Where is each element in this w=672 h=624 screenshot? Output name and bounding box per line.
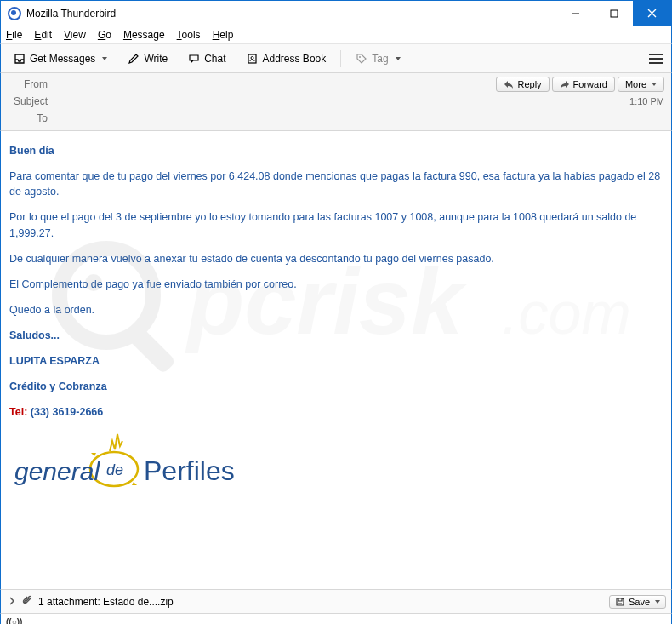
body-paragraph: El Complemento de pago ya fue enviado ta…	[9, 277, 663, 292]
expand-attachments-button[interactable]	[6, 596, 18, 608]
svg-text:Perfiles: Perfiles	[144, 455, 235, 486]
body-paragraph: Por lo que el pago del 3 de septiembre y…	[9, 209, 663, 240]
svg-point-5	[251, 56, 253, 59]
close-button[interactable]	[633, 1, 671, 26]
tag-button[interactable]: Tag	[348, 49, 407, 69]
chat-icon	[188, 53, 200, 65]
get-messages-button[interactable]: Get Messages	[6, 49, 115, 69]
forward-button[interactable]: Forward	[552, 77, 615, 92]
paperclip-icon	[21, 594, 33, 609]
minimize-button[interactable]	[556, 1, 595, 26]
svg-text:general: general	[14, 457, 100, 485]
message-time: 1:10 PM	[629, 96, 664, 106]
signature-salutation: Saludos...	[9, 328, 663, 343]
inbox-icon	[14, 53, 26, 65]
address-book-icon	[247, 53, 259, 65]
greeting: Buen día	[9, 143, 663, 158]
attachment-bar: 1 attachment: Estado de....zip Save	[0, 589, 672, 613]
menu-message[interactable]: Message	[123, 29, 165, 41]
signature-dept: Crédito y Cobranza	[9, 379, 663, 394]
menu-bar: File Edit View Go Message Tools Help	[0, 26, 672, 44]
attachment-text[interactable]: 1 attachment: Estado de....zip	[38, 596, 174, 608]
maximize-button[interactable]	[595, 1, 633, 26]
signature-name: LUPITA ESPARZA	[9, 353, 663, 369]
tag-icon	[356, 53, 367, 65]
menu-view[interactable]: View	[64, 29, 86, 41]
from-label: From	[8, 78, 54, 90]
menu-file[interactable]: File	[6, 29, 22, 41]
reply-button[interactable]: Reply	[496, 77, 549, 92]
svg-point-6	[359, 56, 361, 58]
message-body: Buen día Para comentar que de tu pago de…	[0, 131, 672, 589]
svg-text:de: de	[106, 461, 123, 478]
activity-indicator-icon: ((○))	[6, 617, 22, 625]
menu-go[interactable]: Go	[98, 29, 111, 41]
menu-edit[interactable]: Edit	[34, 29, 52, 41]
status-bar: ((○))	[0, 613, 672, 624]
window-title: Mozilla Thunderbird	[26, 8, 556, 20]
subject-label: Subject	[8, 95, 54, 107]
write-button[interactable]: Write	[120, 49, 175, 69]
signature-tel: Tel: (33) 3619-2666	[9, 404, 663, 420]
menu-tools[interactable]: Tools	[177, 29, 201, 41]
chat-button[interactable]: Chat	[180, 49, 233, 69]
body-paragraph: Para comentar que de tu pago del viernes…	[9, 169, 663, 199]
body-paragraph: Quedo a la orden.	[9, 302, 663, 318]
signature-logo: general de Perfiles	[9, 431, 248, 499]
svg-rect-1	[611, 10, 618, 17]
save-attachment-button[interactable]: Save	[609, 595, 666, 609]
save-icon	[615, 597, 625, 607]
thunderbird-icon	[8, 7, 21, 20]
message-header: From Reply Forward More Subject 1:10 PM …	[0, 73, 672, 131]
main-toolbar: Get Messages Write Chat Address Book Tag	[0, 44, 672, 73]
to-label: To	[8, 112, 54, 124]
title-bar: Mozilla Thunderbird	[0, 0, 672, 26]
more-button[interactable]: More	[618, 77, 664, 92]
menu-help[interactable]: Help	[213, 29, 234, 41]
toolbar-separator	[340, 50, 341, 67]
pencil-icon	[128, 53, 140, 65]
address-book-button[interactable]: Address Book	[239, 49, 334, 69]
body-paragraph: De cualquier manera vuelvo a anexar tu e…	[9, 251, 663, 266]
app-menu-button[interactable]	[646, 50, 666, 67]
